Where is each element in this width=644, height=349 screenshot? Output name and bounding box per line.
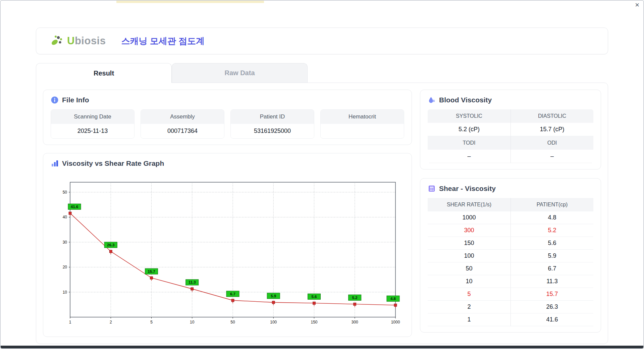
blood-viscosity-table: SYSTOLIC DIASTOLIC 5.2 (cP) 15.7 (cP) TO… [428, 109, 593, 163]
sv-patient: 26.3 [511, 301, 593, 313]
app-window: × Ubiosis 스캐닝 모세관 점도계 Result [0, 0, 644, 349]
file-info-fields: Scanning Date 2025-11-13 Assembly 000717… [51, 109, 404, 139]
leaf-logo-icon [50, 34, 65, 48]
table-grid-icon [428, 185, 436, 193]
bv-header-systolic: SYSTOLIC [428, 109, 511, 123]
field-scanning-date: Scanning Date 2025-11-13 [51, 109, 135, 139]
svg-text:300: 300 [352, 320, 358, 325]
field-assembly: Assembly 000717364 [141, 109, 224, 139]
shear-viscosity-panel: Shear - Viscosity SHEAR RATE(1/s) PATIEN… [420, 178, 601, 333]
app-header: Ubiosis 스캐닝 모세관 점도계 [36, 28, 608, 54]
svg-text:1000: 1000 [391, 320, 400, 325]
shear-viscosity-header: Shear - Viscosity [428, 185, 593, 193]
bv-header-diastolic: DIASTOLIC [511, 109, 593, 123]
sv-shear: 300 [428, 224, 511, 237]
blood-viscosity-header: Blood Viscosity [428, 96, 593, 104]
result-content: File Info Scanning Date 2025-11-13 Assem… [36, 83, 608, 344]
app-title: 스캐닝 모세관 점도계 [121, 35, 204, 47]
svg-text:40: 40 [63, 215, 67, 219]
bv-header-odi: ODI [511, 136, 593, 150]
sv-patient: 5.6 [511, 237, 593, 250]
file-info-panel: File Info Scanning Date 2025-11-13 Assem… [43, 90, 412, 145]
graph-panel: Viscosity vs Shear Rate Graph 1020304050… [43, 153, 412, 337]
chart-area: 10203040501251050100150300100041.626.315… [51, 173, 404, 331]
bv-value-systolic: 5.2 (cP) [428, 123, 511, 136]
sv-patient: 5.9 [511, 250, 593, 262]
svg-text:20: 20 [63, 265, 67, 269]
svg-text:10: 10 [63, 290, 67, 295]
bv-header-todi: TODI [428, 136, 511, 150]
sv-col-patient: PATIENT(cp) [511, 198, 593, 211]
svg-text:5.6: 5.6 [312, 295, 317, 299]
svg-text:5: 5 [150, 320, 153, 325]
svg-text:150: 150 [311, 320, 317, 325]
file-info-header: File Info [51, 96, 404, 104]
ubiosis-logo: Ubiosis [50, 34, 106, 48]
field-label: Patient ID [231, 110, 314, 124]
svg-text:2: 2 [110, 320, 112, 325]
sv-patient: 5.2 [511, 224, 593, 237]
tab-bar: Result Raw Data [36, 63, 608, 83]
field-patient-id: Patient ID 53161925000 [230, 109, 314, 139]
file-info-title: File Info [62, 96, 89, 104]
logo-text: Ubiosis [67, 35, 106, 47]
field-value [321, 124, 404, 138]
svg-text:5.2: 5.2 [352, 296, 358, 300]
svg-text:26.3: 26.3 [107, 243, 114, 247]
sv-shear: 50 [428, 262, 511, 275]
logo-letter-u: U [67, 35, 75, 47]
field-value: 53161925000 [231, 124, 314, 138]
sv-shear: 150 [428, 237, 511, 250]
svg-text:11.3: 11.3 [189, 280, 196, 284]
field-label: Hematocrit [321, 110, 404, 124]
sv-patient: 11.3 [511, 275, 593, 288]
svg-text:10: 10 [190, 320, 195, 325]
field-label: Scanning Date [51, 110, 134, 124]
svg-text:50: 50 [63, 190, 67, 195]
tab-result[interactable]: Result [36, 63, 172, 83]
bottom-taskbar [1, 346, 643, 348]
svg-text:15.7: 15.7 [148, 269, 155, 273]
shear-viscosity-title: Shear - Viscosity [439, 185, 496, 193]
graph-header: Viscosity vs Shear Rate Graph [51, 159, 404, 167]
info-icon [51, 96, 59, 104]
water-drop-icon [428, 96, 436, 104]
bar-chart-icon [51, 159, 59, 167]
sv-shear: 1 [428, 313, 511, 326]
left-column: File Info Scanning Date 2025-11-13 Assem… [43, 90, 412, 337]
svg-text:1: 1 [69, 320, 71, 325]
field-label: Assembly [141, 110, 224, 124]
sv-patient: 4.8 [511, 211, 593, 224]
sv-col-shear-rate: SHEAR RATE(1/s) [428, 198, 511, 211]
page: Ubiosis 스캐닝 모세관 점도계 Result Raw Data [1, 1, 643, 344]
tab-raw-data[interactable]: Raw Data [172, 63, 308, 83]
svg-text:41.6: 41.6 [71, 205, 78, 209]
field-value: 2025-11-13 [51, 124, 134, 138]
sv-shear: 10 [428, 275, 511, 288]
svg-text:100: 100 [270, 320, 277, 325]
sv-patient: 15.7 [511, 288, 593, 301]
sv-shear: 5 [428, 288, 511, 301]
shear-viscosity-table: SHEAR RATE(1/s) PATIENT(cp) 1000 4.8 300… [428, 198, 593, 326]
logo-letters: biosis [75, 35, 106, 47]
field-hematocrit: Hematocrit [320, 109, 404, 139]
sv-shear: 1000 [428, 211, 511, 224]
svg-text:5.9: 5.9 [271, 294, 276, 298]
right-column: Blood Viscosity SYSTOLIC DIASTOLIC 5.2 (… [420, 90, 601, 337]
blood-viscosity-title: Blood Viscosity [439, 96, 492, 104]
sv-patient: 41.6 [511, 313, 593, 326]
svg-text:6.7: 6.7 [230, 292, 235, 296]
bv-value-diastolic: 15.7 (cP) [511, 123, 593, 136]
viscosity-chart: 10203040501251050100150300100041.626.315… [51, 173, 404, 331]
svg-text:30: 30 [63, 240, 67, 245]
bv-value-todi: – [428, 150, 511, 163]
field-value: 000717364 [141, 124, 224, 138]
svg-text:50: 50 [230, 320, 235, 325]
blood-viscosity-panel: Blood Viscosity SYSTOLIC DIASTOLIC 5.2 (… [420, 90, 601, 169]
bv-value-odi: – [511, 150, 593, 163]
sv-patient: 6.7 [511, 262, 593, 275]
svg-text:4.8: 4.8 [390, 297, 396, 301]
graph-title: Viscosity vs Shear Rate Graph [62, 159, 164, 167]
sv-shear: 100 [428, 250, 511, 262]
sv-shear: 2 [428, 301, 511, 313]
